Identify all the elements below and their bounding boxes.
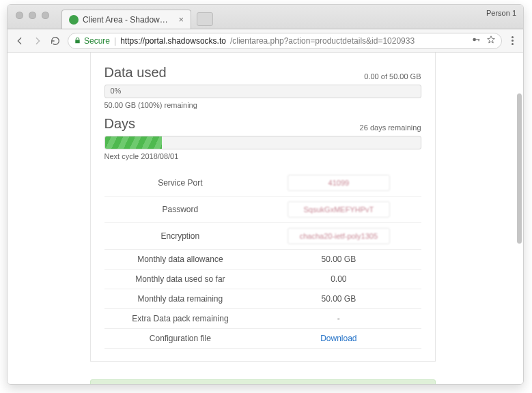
reload-button[interactable]: [50, 35, 61, 46]
data-used-progress: 0%: [104, 85, 421, 98]
table-row: Monthly data allowance50.00 GB: [104, 250, 421, 270]
svg-point-0: [473, 38, 476, 42]
product-details-card: Data used 0.00 of 50.00 GB 0% 50.00 GB (…: [90, 53, 436, 384]
extra-pack-label: Extra Data pack remaining: [104, 309, 257, 329]
data-used-section: Data used 0.00 of 50.00 GB: [104, 65, 421, 81]
reload-icon: [50, 35, 61, 46]
table-row: Monthly data used so far0.00: [104, 270, 421, 289]
days-note: Next cycle 2018/08/01: [104, 152, 421, 160]
data-used-title: Data used: [104, 65, 167, 81]
lock-icon: [74, 37, 81, 44]
browser-toolbar: Secure | https://portal.shadowsocks.to/c…: [8, 29, 523, 53]
saved-password-icon[interactable]: [471, 35, 481, 46]
page-viewport: Data used 0.00 of 50.00 GB 0% 50.00 GB (…: [8, 53, 523, 384]
profile-badge[interactable]: Person 1: [486, 9, 516, 17]
data-used-summary: 0.00 of 50.00 GB: [364, 72, 421, 81]
arrow-left-icon: [14, 35, 25, 46]
days-title: Days: [104, 116, 136, 132]
used-value: 0.00: [256, 270, 421, 289]
minimize-window-icon[interactable]: [29, 12, 36, 19]
close-tab-icon[interactable]: ×: [178, 14, 184, 25]
password-value[interactable]: SqsukGxMEFYHPvT: [288, 201, 390, 218]
bookmark-button[interactable]: [486, 35, 496, 46]
table-row: Service Port41099: [104, 170, 421, 196]
forward-button[interactable]: [32, 35, 43, 46]
site-favicon-icon: [69, 15, 79, 25]
warning-notice: Please do not post any node address on Q…: [90, 379, 436, 384]
days-progress: [104, 136, 421, 149]
svg-rect-2: [479, 39, 479, 41]
service-port-value[interactable]: 41099: [288, 175, 390, 191]
star-icon: [486, 35, 496, 44]
maximize-window-icon[interactable]: [42, 12, 49, 19]
table-row: Configuration fileDownload: [104, 329, 421, 349]
remaining-label: Monthly data remaining: [104, 289, 257, 309]
download-config-link[interactable]: Download: [320, 334, 356, 343]
service-port-label: Service Port: [104, 170, 257, 196]
allowance-value: 50.00 GB: [256, 250, 421, 270]
scrollbar-track[interactable]: [517, 93, 522, 377]
remaining-value: 50.00 GB: [256, 289, 421, 309]
used-label: Monthly data used so far: [104, 270, 257, 289]
encryption-value[interactable]: chacha20-ietf-poly1305: [288, 228, 390, 244]
window-controls: [8, 5, 57, 19]
table-row: Encryptionchacha20-ietf-poly1305: [104, 223, 421, 250]
back-button[interactable]: [14, 35, 25, 46]
arrow-right-icon: [32, 35, 43, 46]
url-path: /clientarea.php?action=productdetails&id…: [230, 36, 415, 46]
new-tab-button[interactable]: [197, 12, 213, 26]
close-window-icon[interactable]: [16, 12, 23, 19]
details-table: Service Port41099 PasswordSqsukGxMEFYHPv…: [104, 170, 421, 349]
svg-marker-3: [488, 36, 495, 43]
config-file-label: Configuration file: [104, 329, 257, 349]
days-section: Days 26 days remaining: [104, 116, 421, 132]
secure-badge: Secure: [74, 36, 110, 46]
secure-label: Secure: [84, 36, 110, 46]
table-row: Monthly data remaining50.00 GB: [104, 289, 421, 309]
extra-pack-value: -: [256, 309, 421, 329]
table-row: PasswordSqsukGxMEFYHPvT: [104, 196, 421, 223]
password-label: Password: [104, 196, 257, 223]
encryption-label: Encryption: [104, 223, 257, 250]
table-row: Extra Data pack remaining-: [104, 309, 421, 329]
tab-strip: Client Area - Shadowsocks.co × Person 1: [8, 5, 523, 29]
data-used-bar-label: 0%: [111, 87, 122, 95]
browser-menu-button[interactable]: [509, 33, 516, 48]
allowance-label: Monthly data allowance: [104, 250, 257, 270]
days-summary: 26 days remaining: [360, 123, 421, 132]
scrollbar-thumb[interactable]: [517, 93, 522, 244]
browser-tab[interactable]: Client Area - Shadowsocks.co ×: [61, 10, 191, 29]
address-bar[interactable]: Secure | https://portal.shadowsocks.to/c…: [68, 33, 502, 49]
browser-window: Client Area - Shadowsocks.co × Person 1 …: [7, 4, 524, 385]
tab-title: Client Area - Shadowsocks.co: [83, 15, 171, 25]
data-used-note: 50.00 GB (100%) remaining: [104, 101, 421, 109]
url-host: https://portal.shadowsocks.to: [120, 36, 226, 46]
